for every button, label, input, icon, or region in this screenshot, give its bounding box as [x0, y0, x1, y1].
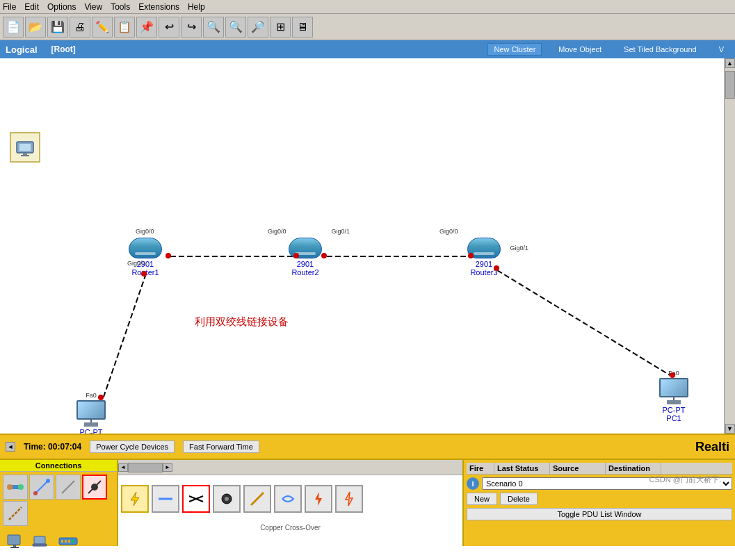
bottom-panel: Connections — [0, 459, 735, 546]
vscroll-thumb[interactable] — [725, 71, 735, 99]
connections-panel: Connections — [0, 460, 118, 546]
edit-button[interactable]: ✏️ — [92, 17, 113, 38]
cable-icons-row — [118, 475, 462, 522]
router2-port-gig00: Gig0/0 — [268, 228, 286, 235]
dot-r1-pc0-pc0 — [98, 395, 104, 400]
copy-button[interactable]: 📋 — [114, 17, 135, 38]
device-button[interactable]: 🖥 — [292, 17, 313, 38]
svg-rect-20 — [13, 545, 16, 547]
svg-point-10 — [18, 484, 24, 490]
cable-diagonal-icon[interactable] — [243, 485, 271, 513]
cable-crossover-icon[interactable] — [182, 485, 210, 513]
svg-marker-29 — [131, 492, 139, 506]
pc1-icon — [659, 378, 688, 397]
pc0-icon — [76, 400, 106, 420]
svg-point-9 — [7, 484, 13, 490]
connections-tab[interactable]: Connections — [0, 460, 117, 472]
device-small-icon — [14, 136, 36, 158]
hscroll-left[interactable]: ◄ — [6, 442, 15, 452]
new-cluster-button[interactable]: New Cluster — [487, 43, 542, 56]
last-status-col: Last Status — [494, 463, 550, 474]
conn-icon-2[interactable] — [29, 475, 54, 500]
cable-type-label: Copper Cross-Over — [118, 522, 462, 533]
menu-help[interactable]: Help — [188, 2, 205, 12]
power-cycle-button[interactable]: Power Cycle Devices — [90, 440, 175, 453]
connections-svg — [0, 58, 724, 434]
svg-marker-37 — [346, 492, 353, 506]
svg-line-14 — [62, 481, 74, 493]
svg-line-2 — [103, 274, 146, 399]
conn-icon-4[interactable] — [82, 475, 107, 500]
pc0-port-fa0: Fa0 — [86, 392, 97, 399]
hscroll-thumb[interactable] — [128, 463, 163, 472]
dot-r1-r2-r1 — [165, 253, 171, 258]
v-button[interactable]: V — [713, 44, 729, 55]
device-laptop-icon[interactable] — [29, 529, 54, 554]
svg-rect-7 — [21, 155, 29, 156]
undo-button[interactable]: ↩ — [159, 17, 179, 38]
cable-dot-icon[interactable] — [213, 485, 241, 513]
fast-forward-button[interactable]: Fast Forward Time — [183, 440, 259, 453]
svg-rect-22 — [34, 536, 45, 544]
svg-rect-19 — [8, 535, 20, 545]
center-hscroll[interactable]: ◄ ► — [118, 460, 462, 475]
open-button[interactable]: 📂 — [25, 17, 46, 38]
redo-button[interactable]: ↪ — [181, 17, 202, 38]
toolbar: 📄 📂 💾 🖨 ✏️ 📋 📌 ↩ ↪ 🔍 🔍 🔎 ⊞ 🖥 — [0, 14, 735, 40]
toggle-pdu-button[interactable]: Toggle PDU List Window — [467, 508, 732, 520]
cable-serial-icon[interactable] — [274, 485, 302, 513]
menu-tools[interactable]: Tools — [111, 2, 130, 12]
annotation-twist-wire: 利用双绞线链接设备 — [195, 315, 289, 329]
move-object-button[interactable]: Move Object — [553, 44, 607, 55]
menu-options[interactable]: Options — [47, 2, 76, 12]
top-left-device[interactable] — [10, 132, 40, 163]
hscroll-left-btn[interactable]: ◄ — [118, 463, 128, 472]
device-pc-icon[interactable] — [3, 529, 28, 554]
svg-rect-25 — [61, 540, 63, 543]
svg-point-34 — [225, 497, 229, 501]
vertical-scrollbar[interactable]: ▲ ▼ — [724, 58, 735, 434]
svg-rect-23 — [33, 544, 47, 546]
conn-icon-3[interactable] — [56, 475, 81, 500]
menu-edit[interactable]: Edit — [24, 2, 39, 12]
router1-icon — [129, 238, 162, 258]
grid-button[interactable]: ⊞ — [270, 17, 291, 38]
zoom-button2[interactable]: 🔍 — [225, 17, 246, 38]
pc0-label: PC-PTPC0 — [80, 428, 103, 434]
cable-auto-icon[interactable] — [121, 485, 149, 513]
hscroll-right-btn[interactable]: ► — [163, 463, 172, 472]
delete-scenario-button[interactable]: Delete — [500, 493, 538, 505]
zoom-out-button[interactable]: 🔎 — [248, 17, 268, 38]
cable-phone-icon[interactable] — [335, 485, 363, 513]
svg-point-13 — [46, 479, 50, 483]
device-switch-icon[interactable] — [56, 529, 81, 554]
svg-line-17 — [97, 481, 101, 485]
source-col: Source — [550, 463, 606, 474]
scenario-dropdown[interactable]: Scenario 0 — [482, 477, 732, 490]
info-icon[interactable]: i — [467, 477, 479, 490]
scenario-row: i Scenario 0 — [467, 477, 732, 490]
menu-view[interactable]: View — [84, 2, 102, 12]
new-button[interactable]: 📄 — [3, 17, 24, 38]
print-button[interactable]: 🖨 — [70, 17, 90, 38]
conn-icon-5[interactable] — [3, 501, 28, 526]
menu-file[interactable]: File — [3, 2, 16, 12]
menu-extensions[interactable]: Extensions — [138, 2, 179, 12]
paste-button[interactable]: 📌 — [136, 17, 157, 38]
conn-icon-1[interactable] — [3, 475, 28, 500]
dot-r3-pc1-r3 — [494, 265, 499, 271]
router3-port-gig00: Gig0/0 — [439, 228, 458, 235]
zoom-in-button[interactable]: 🔍 — [203, 17, 224, 38]
logicalbar: Logical [Root] New Cluster Move Object S… — [0, 40, 735, 58]
device-icon-grid — [0, 472, 117, 529]
logical-root: [Root] — [51, 44, 76, 54]
cable-straight-icon[interactable] — [152, 485, 179, 513]
cable-fiber-icon[interactable] — [305, 485, 332, 513]
svg-rect-28 — [72, 540, 74, 543]
new-scenario-button[interactable]: New — [467, 493, 497, 505]
pc1-label: PC-PTPC1 — [663, 406, 686, 422]
save-button[interactable]: 💾 — [47, 17, 68, 38]
svg-line-16 — [88, 489, 92, 493]
dot-r1-pc0-r1 — [141, 271, 147, 277]
set-tiled-background-button[interactable]: Set Tiled Background — [618, 44, 702, 55]
